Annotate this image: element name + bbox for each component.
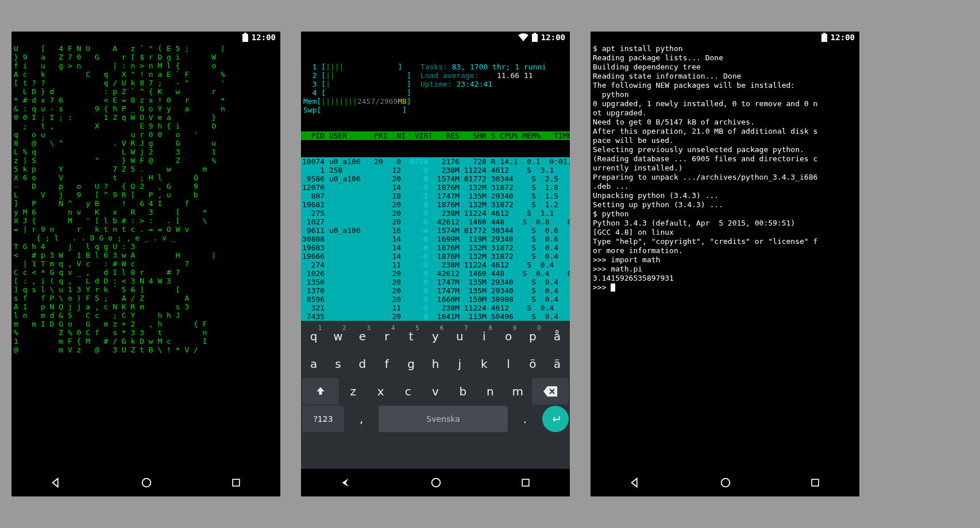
key-l[interactable]: l	[497, 351, 520, 377]
android-navbar	[11, 469, 280, 496]
htop-process-row[interactable]: 19683 14 -6 1876M 132M 31872 S 0.4 4.5	[301, 243, 570, 252]
htop-process-row[interactable]: 1 258 12 -8 238M 11224 4612 S 3.1 0.4	[301, 166, 570, 174]
htop-process-row[interactable]: 321 11 -9 238M 11224 4612 S 0.4 0.4	[301, 304, 570, 312]
svg-rect-1	[233, 479, 240, 486]
back-button[interactable]	[50, 476, 63, 489]
battery-icon	[532, 33, 538, 42]
htop-process-row[interactable]: 19666 14 -6 1876M 132M 31872 S 0.4 4.5	[301, 252, 570, 261]
phone-pyshell: 12:00 $ apt install python Reading packa…	[591, 32, 859, 496]
svg-rect-3	[522, 479, 529, 486]
key-k[interactable]: k	[473, 351, 496, 377]
key-z[interactable]: z	[340, 378, 366, 405]
htop-process-row[interactable]: 807 18 -2 1747M 135M 29340 S 1.5 4.6	[301, 192, 570, 200]
key-period[interactable]: .	[509, 406, 541, 432]
key-d[interactable]: d	[351, 351, 374, 377]
key-c[interactable]: c	[395, 378, 421, 405]
key-h[interactable]: h	[424, 351, 447, 377]
htop-process-row[interactable]: 7435 20 0 1641M 113M 50496 S 0.4 3.8	[301, 312, 570, 321]
key-j[interactable]: j	[448, 351, 471, 377]
htop-process-row[interactable]: 1027 20 0 42612 1460 448 S 0.8 0.0	[301, 218, 570, 226]
phone-matrix: 12:00 U [ 4 F N U A z ` " ( E 5 ; | } 9 …	[11, 32, 280, 496]
svg-point-0	[142, 479, 151, 487]
key-ö[interactable]: ö	[521, 351, 544, 377]
back-button[interactable]	[339, 476, 352, 489]
key-space[interactable]: Svenska	[379, 406, 508, 432]
svg-point-4	[722, 479, 730, 487]
key-å[interactable]: å	[546, 323, 569, 350]
key-ä[interactable]: ä	[546, 351, 569, 377]
key-v[interactable]: v	[422, 378, 449, 405]
matrix-output: U [ 4 F N U A z ` " ( E 5 ; | } 9 a Z 7 …	[11, 43, 280, 469]
recent-button[interactable]	[230, 477, 242, 488]
key-q[interactable]: 1q	[302, 323, 325, 350]
htop-process-row[interactable]: 1350 20 0 1747M 135M 29340 S 0.4 4.6	[301, 278, 570, 286]
home-button[interactable]	[719, 476, 732, 489]
key-w[interactable]: 2w	[326, 323, 349, 350]
key-p[interactable]: 0p	[521, 323, 544, 350]
key-y[interactable]: 6y	[424, 323, 447, 350]
home-button[interactable]	[140, 476, 153, 489]
key-e[interactable]: 3e	[351, 323, 374, 350]
htop-process-row[interactable]: 19682 20 0 1876M 132M 31872 S 1.2 4.5	[301, 200, 570, 209]
cursor	[611, 284, 615, 292]
htop-process-row[interactable]: 9611 u0_a106 16 -4 1574M 81772 30344 S 0…	[301, 226, 570, 235]
htop-view: 1 [|||| ] 2 [|| ] 3 [| ] 4 [ ]Mem[||||||…	[301, 43, 570, 321]
soft-keyboard[interactable]: 1q2w3e4r5t6y7u8i9o0påasdfghjklöäzxcvbnm?…	[301, 321, 570, 469]
back-button[interactable]	[629, 476, 642, 489]
key-symbols[interactable]: ?123	[302, 406, 344, 432]
status-bar: 12:00	[11, 32, 280, 43]
htop-process-row[interactable]: 12070 14 -6 1876M 132M 31872 S 1.8 4.5	[301, 183, 570, 192]
htop-column-header: PID USER PRI NI VIRT RES SHR S CPU% MEM%…	[301, 131, 570, 140]
battery-icon	[242, 33, 248, 42]
key-backspace[interactable]	[532, 378, 569, 405]
key-o[interactable]: 9o	[497, 323, 520, 350]
htop-process-row[interactable]: 8596 20 0 1660M 150M 38908 S 0.4 5.1	[301, 295, 570, 304]
key-u[interactable]: 7u	[448, 323, 471, 350]
key-s[interactable]: s	[326, 351, 349, 377]
htop-process-row[interactable]: 275 20 0 238M 11224 4612 S 1.1 0.4	[301, 209, 570, 218]
terminal-output[interactable]: $ apt install python Reading package lis…	[591, 43, 859, 469]
htop-process-row[interactable]: 1370 20 0 1747M 135M 29340 S 0.4 4.6	[301, 286, 570, 295]
key-r[interactable]: 4r	[375, 323, 398, 350]
key-x[interactable]: x	[368, 378, 394, 405]
status-time: 12:00	[541, 33, 565, 41]
status-bar: 12:00	[301, 32, 570, 43]
key-g[interactable]: g	[399, 351, 422, 377]
key-m[interactable]: m	[504, 378, 531, 405]
key-n[interactable]: n	[477, 378, 504, 405]
status-time: 12:00	[252, 33, 276, 41]
key-enter[interactable]	[542, 406, 569, 432]
svg-rect-5	[812, 479, 819, 486]
key-f[interactable]: f	[375, 351, 398, 377]
phone-htop: 12:00 1 [|||| ] 2 [|| ] 3 [| ] 4 [ ]Mem[…	[301, 32, 570, 496]
htop-process-row[interactable]: 10074 u0_a106 20 0 9724 2176 728 R 14.1 …	[301, 157, 570, 166]
key-t[interactable]: 5t	[399, 323, 422, 350]
htop-process-row[interactable]: 30808 14 -6 1699M 119M 29340 S 0.6 4.0	[301, 235, 570, 243]
key-a[interactable]: a	[302, 351, 325, 377]
key-comma[interactable]: ,	[345, 406, 377, 432]
svg-point-2	[432, 479, 441, 487]
key-shift[interactable]	[302, 378, 339, 405]
battery-icon	[821, 33, 827, 42]
key-b[interactable]: b	[450, 378, 476, 405]
htop-process-row[interactable]: 274 11 -9 238M 11224 4612 S 0.4 0.4	[301, 261, 570, 269]
android-navbar	[301, 469, 570, 496]
htop-process-row[interactable]: 9586 u0_a106 20 0 1574M 81772 30344 S 2.…	[301, 174, 570, 183]
home-button[interactable]	[430, 476, 442, 489]
status-bar: 12:00	[591, 32, 859, 43]
htop-process-row[interactable]: 1026 20 0 42612 1460 448 S 0.4 0.0	[301, 269, 570, 278]
key-i[interactable]: 8i	[473, 323, 496, 350]
android-navbar	[591, 469, 859, 496]
status-time: 12:00	[831, 33, 855, 41]
recent-button[interactable]	[520, 477, 531, 488]
wifi-icon	[518, 33, 528, 41]
recent-button[interactable]	[809, 477, 821, 488]
